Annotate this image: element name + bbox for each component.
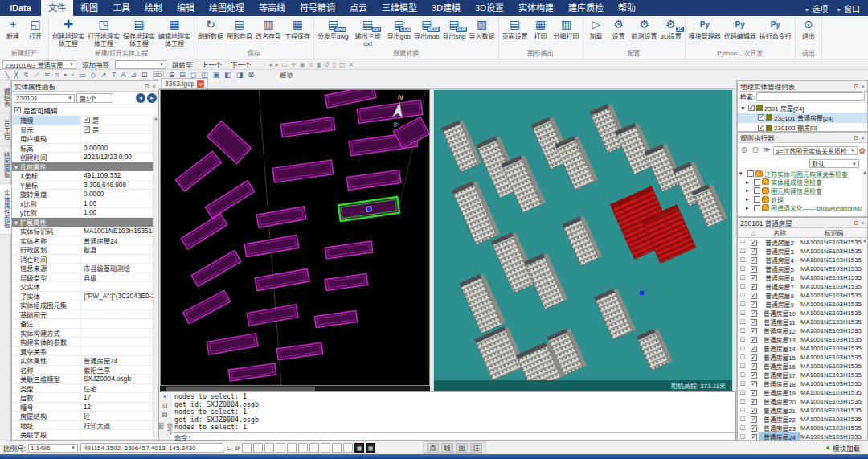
property-value[interactable]: 0.00000 <box>81 144 153 152</box>
toolbar-icon[interactable]: ✛ <box>291 61 297 68</box>
tree-checkbox[interactable] <box>758 114 764 121</box>
ribbon-button[interactable]: ▥分幅打印 <box>552 16 581 40</box>
expander-icon[interactable]: ▸ <box>746 205 752 211</box>
left-tab-4[interactable]: 实体属性面板 <box>0 184 11 235</box>
ribbon-button[interactable]: ⚙3D3D设置 <box>659 16 683 40</box>
snap-toggle-icon[interactable] <box>332 443 342 453</box>
property-value[interactable]: 住宅 <box>81 383 153 393</box>
expander-icon[interactable]: ▼ <box>740 105 747 111</box>
draw-tool-icon[interactable]: ⊡ <box>141 71 148 79</box>
row-checkbox[interactable] <box>751 408 757 414</box>
building-footprint[interactable] <box>276 342 322 360</box>
toolbar-icon[interactable]: ▸ <box>275 61 278 68</box>
entity-type-combo[interactable]: 230101AG 普通房屋 ▼ <box>2 60 76 69</box>
close-console-icon[interactable]: × <box>163 393 167 400</box>
row-checkbox[interactable] <box>751 416 757 423</box>
building-footprint[interactable] <box>314 310 357 327</box>
property-value[interactable]: 1.00 <box>81 199 153 207</box>
row-checkbox[interactable] <box>751 301 757 308</box>
property-value[interactable]: 普通房屋24 <box>81 355 153 365</box>
previous-entity-button[interactable]: ◄ <box>136 93 145 103</box>
ribbon-button[interactable]: ▤图形存盘 <box>225 16 254 40</box>
house-table-scrollbar[interactable]: ▲ <box>862 238 867 440</box>
row-checkbox[interactable] <box>751 319 757 326</box>
draw-tool-icon[interactable]: ╳ <box>14 71 18 79</box>
float-panel-icon[interactable]: ⊡ <box>854 219 859 227</box>
menu-item[interactable]: 点云 <box>342 0 375 16</box>
building-footprint[interactable] <box>325 273 367 290</box>
snap-toggle-icon[interactable]: ▦ <box>354 443 364 453</box>
table-row[interactable]: ⚀普通房屋3MA1001NE103H1535... <box>738 247 862 256</box>
table-row[interactable]: ⚀普通房屋16MA1001NE103H1535... <box>738 362 862 371</box>
close-panel-icon[interactable]: × <box>861 134 865 141</box>
menu-item[interactable]: 绘图处理 <box>202 0 252 16</box>
table-row[interactable]: ⚀普通房屋22MA1001NE103H1535... <box>738 415 862 424</box>
ribbon-button[interactable]: ▦工程保存 <box>283 16 312 40</box>
entity-tree-row[interactable]: ▼2301 房屋[24] <box>738 103 867 113</box>
table-row[interactable]: ⚀普通房屋17MA1001NE103H1535... <box>738 371 862 379</box>
ribbon-button[interactable]: ⊙退出 <box>797 16 820 40</box>
table-row[interactable]: ⚀普通房屋20MA1001NE103H1535... <box>738 397 862 406</box>
mode-button[interactable]: 面 <box>456 443 468 453</box>
row-checkbox[interactable] <box>751 275 757 281</box>
draw-tool-icon[interactable]: ↗ <box>100 71 107 79</box>
property-value[interactable]: 市县级基础测绘 <box>81 263 153 273</box>
draw-tool-icon[interactable]: ↯ <box>23 71 30 79</box>
next-button[interactable]: 下一个 <box>227 59 255 69</box>
building-footprint[interactable] <box>256 207 306 227</box>
map-3d-view[interactable]: 相机高程: 373.11米 <box>433 89 733 391</box>
column-id[interactable]: 标识码 <box>800 228 867 237</box>
toolbar-icon[interactable]: ▮ <box>317 61 320 68</box>
row-checkbox[interactable] <box>751 346 757 352</box>
remove-rule-button[interactable]: ⊖ <box>751 145 760 155</box>
rule-checkbox[interactable] <box>754 205 760 211</box>
float-panel-icon[interactable]: ⊡ <box>145 83 150 90</box>
polar-mode-icon[interactable]: ⌀ <box>235 444 240 452</box>
ribbon-button[interactable]: ▦编辑地理实体工程 <box>157 16 192 47</box>
close-tab-icon[interactable]: × <box>197 80 204 88</box>
table-row[interactable]: ⚀普通房屋18MA1001NE103H1535... <box>738 379 862 388</box>
mode-button[interactable]: 注 <box>470 443 482 453</box>
mode-button[interactable]: 线 <box>441 443 453 453</box>
menu-item[interactable]: 绘制 <box>137 0 170 16</box>
table-row[interactable]: ⚀普通房屋8MA1001NE103H1535... <box>738 291 862 300</box>
table-row[interactable]: ⚀普通房屋24MA1001NE103H1535... <box>738 432 862 440</box>
left-tab-1[interactable]: 编码表 <box>0 82 11 113</box>
building-footprint[interactable] <box>346 170 401 190</box>
table-row[interactable]: ⚀普通房屋19MA1001NE103H1535... <box>738 388 862 397</box>
entity-code-combo[interactable]: 230101 ▼ <box>14 94 75 103</box>
row-checkbox[interactable] <box>751 266 757 273</box>
property-value[interactable]: 砼 <box>81 411 153 420</box>
row-checkbox[interactable] <box>751 240 757 246</box>
close-panel-icon[interactable]: × <box>152 83 156 90</box>
bookmark-combo[interactable]: ▼ <box>115 60 166 69</box>
menu-item[interactable]: 工具 <box>105 0 137 16</box>
snap-toggle-icon[interactable] <box>242 443 252 453</box>
selected-building-footprint[interactable] <box>338 197 399 221</box>
menu-item[interactable]: 等高线 <box>252 0 293 16</box>
draw-tool-icon[interactable]: ▪ <box>64 71 67 79</box>
scale-combo[interactable]: 1:1496 ▼ <box>28 444 78 453</box>
building-footprint[interactable] <box>325 90 376 108</box>
draw-tool-icon[interactable]: T <box>112 71 117 79</box>
building-footprint[interactable] <box>205 181 254 218</box>
row-checkbox[interactable] <box>751 390 757 396</box>
property-value[interactable]: 12 <box>81 403 153 411</box>
entity-tree-row[interactable]: 230101 普通房屋[24] <box>738 113 867 122</box>
toolbar-icon[interactable]: ⊙ <box>309 61 314 68</box>
document-tab[interactable]: 3363.igep × <box>161 78 208 88</box>
table-row[interactable]: ⚀普通房屋10MA1001NE103H1535... <box>738 309 862 318</box>
row-checkbox[interactable] <box>751 425 757 432</box>
ribbon-button[interactable]: ▧导入数据 <box>468 16 497 40</box>
rule-checkbox[interactable] <box>754 179 760 186</box>
row-checkbox[interactable] <box>751 354 757 361</box>
toolbar-icon[interactable]: ✕ <box>348 61 354 68</box>
entity-tree-row[interactable]: 230102 棚房[0] <box>738 123 867 131</box>
building-footprint[interactable] <box>207 334 258 355</box>
table-row[interactable]: ⚀普通房屋4MA1001NE103H1535... <box>738 256 862 264</box>
rule-checkbox[interactable] <box>754 187 760 194</box>
property-value[interactable]: 17 <box>81 393 153 401</box>
ribbon-button[interactable]: Py代码编辑器 <box>723 16 758 40</box>
snap-toggle-icon[interactable]: ▦ <box>366 443 375 453</box>
snap-toggle-icon[interactable] <box>298 443 308 453</box>
